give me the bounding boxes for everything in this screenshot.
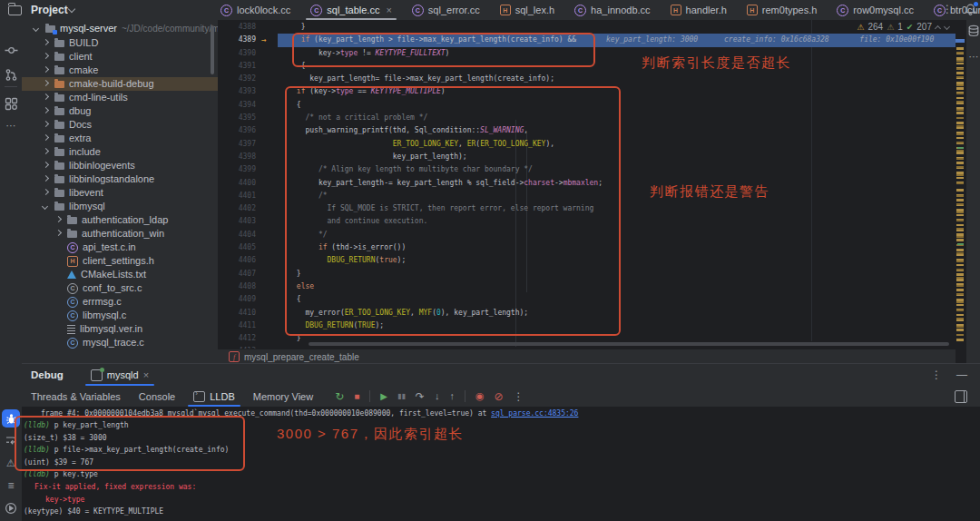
console-lines-icon[interactable]: ≡ <box>4 478 18 493</box>
stop-icon[interactable]: ■ <box>354 392 359 401</box>
tree-item[interactable]: authentication_ldap <box>22 213 218 227</box>
next-issue-icon[interactable] <box>945 25 950 30</box>
tree-item[interactable]: Cconf_to_src.c <box>22 281 218 295</box>
tree-item[interactable]: Cmysql_trace.c <box>22 336 218 349</box>
tree-item[interactable]: BUILD <box>22 36 218 50</box>
tree-item[interactable]: cmake-build-debug <box>22 77 218 91</box>
project-tool-button[interactable] <box>5 2 24 18</box>
line-number[interactable]: 4389 <box>220 34 256 46</box>
tree-item[interactable]: include <box>22 145 218 159</box>
chevron-right-icon[interactable] <box>43 135 49 142</box>
editor-tab[interactable]: Crow0mysql.cc <box>827 0 924 20</box>
debug-tab-memory-view[interactable]: Memory View <box>244 386 322 407</box>
line-number[interactable]: 4391 <box>220 60 256 73</box>
tree-item[interactable]: libbinlogevents <box>22 159 218 172</box>
editor-tab[interactable]: Csql_error.cc <box>402 0 490 20</box>
line-number[interactable]: 4390 <box>220 47 256 60</box>
line-number[interactable]: 4398 <box>220 151 256 163</box>
line-number[interactable]: 4397 <box>220 138 256 151</box>
tree-item[interactable]: Cerrmsg.c <box>22 295 218 309</box>
tree-item[interactable]: Clibmysql.c <box>22 309 218 322</box>
line-number[interactable]: 4393 <box>220 85 256 98</box>
tree-item[interactable]: CMakeLists.txt <box>22 268 218 281</box>
tree-item[interactable]: libmysql <box>22 200 218 213</box>
mute-breakpoints-icon[interactable]: ⊘ <box>494 391 503 402</box>
database-icon[interactable] <box>966 24 980 38</box>
line-number[interactable]: 4399 <box>220 163 256 176</box>
more-icon[interactable]: ⋮ <box>514 391 524 402</box>
panel-more-icon[interactable]: ⋮ <box>931 369 942 381</box>
debug-tab-threads-variables[interactable]: Threads & Variables <box>22 386 130 407</box>
line-number[interactable]: 4388 <box>220 21 256 34</box>
chevron-right-icon[interactable] <box>55 217 62 223</box>
prev-issue-icon[interactable] <box>936 25 941 30</box>
line-number[interactable]: 4411 <box>220 319 256 332</box>
layout-settings-icon[interactable] <box>955 390 967 403</box>
tree-item[interactable]: dbug <box>22 104 218 118</box>
chevron-right-icon[interactable] <box>43 67 49 74</box>
inspections-widget[interactable]: ⚠264 ⚠1 ✔207 <box>857 22 950 32</box>
line-number[interactable]: 4401 <box>220 190 256 202</box>
chevron-right-icon[interactable] <box>43 176 49 182</box>
circled-play-icon[interactable] <box>4 501 18 516</box>
resume-icon[interactable]: ▶ <box>380 392 387 401</box>
editor-tab[interactable]: Csql_table.cc× <box>300 0 402 20</box>
tree-item[interactable]: extra <box>22 132 218 145</box>
structure-icon[interactable] <box>4 96 18 111</box>
line-number[interactable]: 4396 <box>220 124 256 137</box>
tree-scrollbar[interactable] <box>211 25 214 74</box>
close-icon[interactable]: × <box>143 369 149 380</box>
more-tools-icon[interactable]: ⋯ <box>4 118 18 133</box>
tree-item[interactable]: libevent <box>22 186 218 200</box>
line-number[interactable]: 4404 <box>220 229 256 241</box>
step-out-icon[interactable]: ↑ <box>449 391 455 401</box>
chevron-right-icon[interactable] <box>43 108 49 114</box>
line-number[interactable]: 4409 <box>220 293 256 306</box>
debug-tab-lldb[interactable]: LLDB <box>184 386 244 407</box>
more-tools-icon[interactable]: ⋯ <box>966 49 980 64</box>
line-number[interactable]: 4395 <box>220 112 256 124</box>
tree-item[interactable]: Capi_test.c.in <box>22 241 218 254</box>
editor-tab[interactable]: Hhandler.h <box>661 0 737 20</box>
line-number[interactable]: 4405 <box>220 241 256 254</box>
chevron-right-icon[interactable] <box>43 40 49 46</box>
error-stripe[interactable] <box>956 20 965 363</box>
line-number[interactable]: 4407 <box>220 268 256 280</box>
tab-more-icon[interactable]: ⋮ <box>942 3 953 15</box>
tree-item[interactable]: Docs <box>22 118 218 132</box>
commit-icon[interactable] <box>4 43 18 57</box>
editor-tab[interactable]: Cha_innodb.cc <box>564 0 660 20</box>
view-breakpoints-icon[interactable]: ◉ <box>475 391 485 401</box>
line-number[interactable]: 4403 <box>220 215 256 228</box>
source-location-link[interactable]: sql_parse.cc:4835:26 <box>491 409 578 418</box>
line-number[interactable]: 4392 <box>220 73 256 85</box>
editor-tab[interactable]: Hsql_lex.h <box>490 0 564 20</box>
line-number[interactable]: 4402 <box>220 202 256 215</box>
chevron-right-icon[interactable] <box>43 162 49 169</box>
chevron-right-icon[interactable] <box>55 231 62 237</box>
line-number[interactable]: 4410 <box>220 307 256 319</box>
line-number[interactable]: 4394 <box>220 99 256 112</box>
chevron-right-icon[interactable] <box>43 190 49 196</box>
chevron-right-icon[interactable] <box>43 122 49 128</box>
step-into-icon[interactable]: ↓ <box>435 391 440 401</box>
project-widget-label[interactable]: Project <box>31 4 68 16</box>
editor-tab[interactable]: Hrem0types.h <box>737 0 828 20</box>
tree-item[interactable]: authentication_win <box>22 227 218 241</box>
chevron-down-icon[interactable] <box>34 25 40 32</box>
tree-item[interactable]: libmysql.ver.in <box>22 322 218 336</box>
pause-icon[interactable]: ▮▮ <box>397 393 406 400</box>
line-number[interactable]: 4406 <box>220 254 256 267</box>
tree-item[interactable]: libbinlogstandalone <box>22 172 218 186</box>
line-number[interactable]: 4408 <box>220 280 256 293</box>
rerun-icon[interactable]: ↻ <box>335 391 344 402</box>
horizontal-scrollbar[interactable] <box>309 342 949 346</box>
editor-tab[interactable]: Clock0lock.cc <box>211 0 300 20</box>
line-number[interactable]: 4412 <box>220 332 256 345</box>
chevron-right-icon[interactable] <box>43 149 49 155</box>
chevron-right-icon[interactable] <box>43 81 49 87</box>
debug-session-tab[interactable]: mysqld × <box>83 364 156 386</box>
tree-item[interactable]: client <box>22 50 218 64</box>
tree-item[interactable]: cmd-line-utils <box>22 91 218 104</box>
chevron-down-icon[interactable] <box>43 203 49 210</box>
